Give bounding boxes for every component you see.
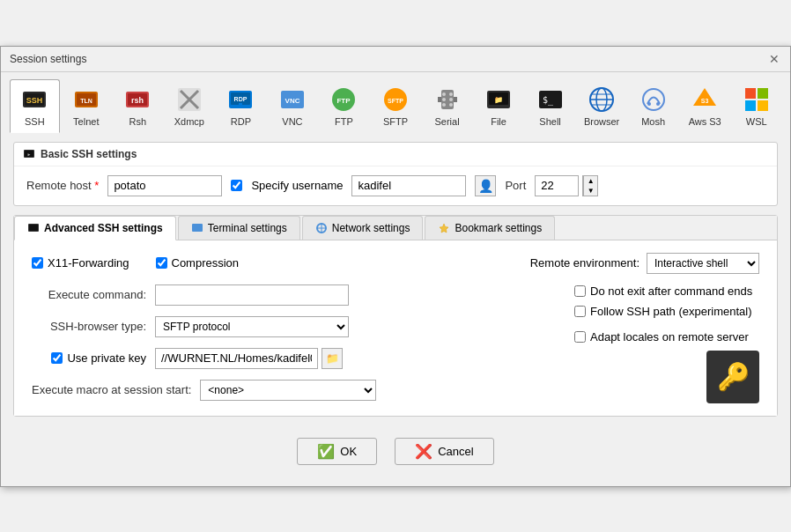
tab-terminal-settings[interactable]: Terminal settings bbox=[178, 216, 300, 240]
proto-tab-file[interactable]: 📁 File bbox=[474, 79, 524, 133]
adv-checks-row: X11-Forwarding Compression Remote enviro… bbox=[32, 253, 759, 274]
vnc-icon: VNC bbox=[278, 85, 307, 114]
svg-rect-14 bbox=[239, 103, 242, 106]
do-not-exit-label[interactable]: Do not exit after command ends bbox=[574, 284, 759, 298]
ok-button[interactable]: ✅ OK bbox=[297, 438, 377, 465]
macro-select[interactable]: <none> bbox=[200, 380, 376, 401]
svg-text:▶: ▶ bbox=[27, 151, 30, 156]
tab-network-settings[interactable]: Network settings bbox=[302, 216, 424, 240]
proto-tab-vnc-label: VNC bbox=[282, 116, 302, 127]
svg-rect-56 bbox=[192, 224, 203, 232]
do-not-exit-checkbox[interactable] bbox=[574, 285, 586, 297]
rdp-icon: RDP bbox=[226, 85, 255, 114]
basic-ssh-body: Remote host * Specify username 👤 Port bbox=[14, 166, 777, 205]
port-group: ▲ ▼ bbox=[535, 175, 598, 196]
svg-point-25 bbox=[449, 92, 453, 96]
execute-command-input[interactable] bbox=[155, 284, 349, 306]
port-up-button[interactable]: ▲ bbox=[583, 176, 597, 186]
left-col: Execute command: SSH-browser type: SFTP … bbox=[32, 284, 566, 403]
ssh-browser-select[interactable]: SFTP protocol SCP protocol SFTP with SCP… bbox=[155, 316, 349, 337]
follow-ssh-checkbox[interactable] bbox=[574, 306, 586, 317]
cancel-button[interactable]: ❌ Cancel bbox=[395, 438, 493, 465]
proto-tab-xdmcp[interactable]: Xdmcp bbox=[165, 79, 215, 133]
proto-tab-ssh[interactable]: SSH SSH bbox=[10, 79, 60, 133]
ssh-browser-label: SSH-browser type: bbox=[32, 320, 146, 333]
proto-tab-wsl-label: WSL bbox=[746, 116, 767, 127]
remote-host-input[interactable] bbox=[107, 175, 222, 196]
specify-username-label[interactable]: Specify username bbox=[251, 179, 343, 192]
proto-tab-file-label: File bbox=[491, 116, 506, 127]
remote-host-label: Remote host * bbox=[26, 179, 99, 192]
advanced-body: X11-Forwarding Compression Remote enviro… bbox=[14, 240, 777, 416]
proto-tab-serial[interactable]: Serial bbox=[422, 79, 472, 133]
proto-tab-sftp[interactable]: SFTP SFTP bbox=[371, 79, 421, 133]
proto-tab-rdp[interactable]: RDP RDP bbox=[216, 79, 266, 133]
use-private-key-row: Use private key 📁 bbox=[32, 348, 566, 369]
proto-tab-browser-label: Browser bbox=[584, 116, 619, 127]
compression-checkbox[interactable] bbox=[156, 257, 167, 269]
proto-tab-sftp-label: SFTP bbox=[383, 116, 408, 127]
execute-command-label: Execute command: bbox=[32, 288, 146, 301]
rsh-icon: rsh bbox=[123, 85, 152, 114]
specify-username-checkbox[interactable] bbox=[231, 180, 242, 191]
adapt-locales-text: Adapt locales on remote server bbox=[590, 330, 749, 344]
proto-tab-shell-label: Shell bbox=[539, 116, 560, 127]
adapt-locales-checkbox[interactable] bbox=[574, 331, 586, 343]
wsl-icon bbox=[743, 85, 771, 114]
proto-tab-telnet[interactable]: TLN Telnet bbox=[62, 79, 112, 133]
username-input[interactable] bbox=[351, 175, 466, 196]
cancel-x-icon: ❌ bbox=[415, 443, 432, 460]
proto-tab-serial-label: Serial bbox=[434, 116, 459, 127]
proto-tab-shell[interactable]: $_ Shell bbox=[525, 79, 575, 133]
compression-label[interactable]: Compression bbox=[156, 256, 240, 270]
tab-bookmark-settings[interactable]: Bookmark settings bbox=[425, 216, 555, 240]
two-col-adv: Execute command: SSH-browser type: SFTP … bbox=[32, 284, 759, 403]
proto-tab-mosh[interactable]: Mosh bbox=[628, 79, 678, 133]
svg-rect-15 bbox=[235, 106, 246, 107]
private-key-path-input[interactable] bbox=[155, 348, 318, 369]
tab-advanced-ssh[interactable]: Advanced SSH settings bbox=[14, 216, 176, 240]
do-not-exit-text: Do not exit after command ends bbox=[590, 284, 752, 298]
port-label: Port bbox=[505, 179, 526, 192]
ok-check-icon: ✅ bbox=[317, 443, 335, 460]
use-private-key-checkbox[interactable] bbox=[51, 352, 63, 364]
proto-tab-awss3[interactable]: S3 Aws S3 bbox=[680, 79, 730, 133]
key-icon-box: 🔑 bbox=[706, 351, 759, 403]
svg-point-24 bbox=[442, 92, 446, 96]
proto-tab-rsh[interactable]: rsh Rsh bbox=[113, 79, 163, 133]
svg-rect-49 bbox=[745, 100, 756, 111]
proto-tab-ftp-label: FTP bbox=[335, 116, 353, 127]
port-down-button[interactable]: ▼ bbox=[583, 186, 597, 196]
close-button[interactable]: ✕ bbox=[767, 52, 781, 66]
svg-text:SFTP: SFTP bbox=[388, 98, 403, 104]
proto-tab-ftp[interactable]: FTP FTP bbox=[319, 79, 369, 133]
proto-tab-browser[interactable]: Browser bbox=[577, 79, 627, 133]
x11-forwarding-label[interactable]: X11-Forwarding bbox=[32, 256, 129, 270]
x11-forwarding-text: X11-Forwarding bbox=[48, 256, 129, 270]
use-private-key-label[interactable]: Use private key bbox=[32, 351, 146, 365]
xdmcp-icon bbox=[175, 85, 203, 114]
adapt-locales-row: Adapt locales on remote server bbox=[574, 330, 759, 344]
proto-tab-vnc[interactable]: VNC VNC bbox=[268, 79, 318, 133]
basic-ssh-header-icon: ▶ bbox=[23, 148, 35, 160]
adapt-locales-label[interactable]: Adapt locales on remote server bbox=[574, 330, 759, 344]
follow-ssh-row: Follow SSH path (experimental) bbox=[574, 305, 759, 318]
remote-env-select[interactable]: Interactive shell Bash ZSH Custom comman… bbox=[647, 253, 759, 274]
svg-point-27 bbox=[449, 98, 453, 101]
follow-ssh-label[interactable]: Follow SSH path (experimental) bbox=[574, 305, 759, 318]
proto-tab-wsl[interactable]: WSL bbox=[731, 79, 781, 133]
remote-env-group: Remote environment: Interactive shell Ba… bbox=[530, 253, 759, 274]
basic-ssh-header-label: Basic SSH settings bbox=[41, 148, 137, 160]
svg-text:📁: 📁 bbox=[494, 95, 503, 104]
svg-rect-30 bbox=[438, 97, 441, 102]
svg-rect-48 bbox=[758, 88, 768, 99]
browse-private-key-button[interactable]: 📁 bbox=[322, 348, 343, 369]
svg-text:VNC: VNC bbox=[285, 97, 299, 105]
proto-tab-mosh-label: Mosh bbox=[641, 116, 665, 127]
ssh-browser-row: SSH-browser type: SFTP protocol SCP prot… bbox=[32, 316, 566, 337]
x11-forwarding-checkbox[interactable] bbox=[32, 257, 43, 269]
port-input[interactable] bbox=[535, 175, 579, 196]
macro-row: Execute macro at session start: <none> bbox=[32, 380, 566, 401]
user-icon-button[interactable]: 👤 bbox=[475, 175, 496, 196]
dialog-title: Session settings bbox=[10, 53, 86, 65]
